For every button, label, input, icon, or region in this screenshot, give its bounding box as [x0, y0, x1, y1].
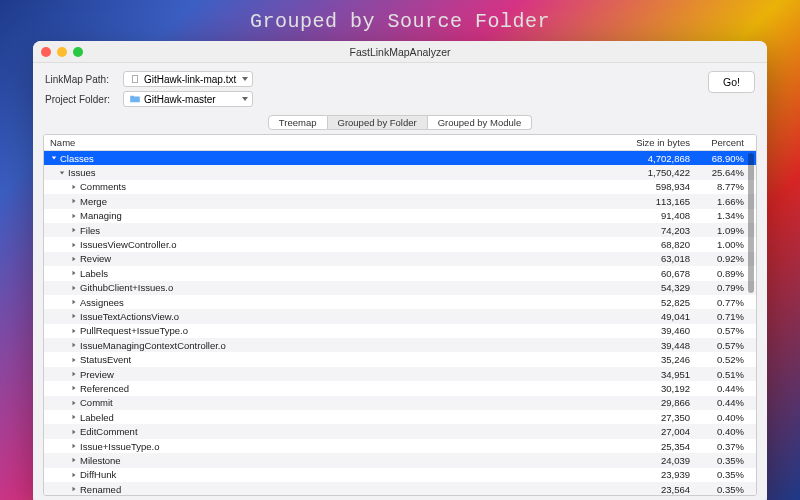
chevron-right-icon[interactable]	[70, 341, 78, 349]
table-row[interactable]: GithubClient+Issues.o54,3290.79%	[44, 281, 756, 295]
col-name[interactable]: Name	[44, 137, 610, 148]
chevron-right-icon[interactable]	[70, 269, 78, 277]
cell-size: 598,934	[610, 181, 696, 192]
scrollbar-thumb[interactable]	[748, 153, 754, 293]
cell-name: Files	[44, 225, 610, 236]
linkmap-path-value: GitHawk-link-map.txt	[144, 74, 236, 85]
row-name: Referenced	[80, 383, 129, 394]
cell-size: 25,354	[610, 441, 696, 452]
table-row[interactable]: Assignees52,8250.77%	[44, 295, 756, 309]
row-name: Assignees	[80, 297, 124, 308]
chevron-right-icon[interactable]	[70, 284, 78, 292]
chevron-right-icon[interactable]	[70, 255, 78, 263]
table-row[interactable]: Commit29,8660.44%	[44, 396, 756, 410]
table-row[interactable]: IssueManagingContextController.o39,4480.…	[44, 338, 756, 352]
tab-grouped-folder[interactable]: Grouped by Folder	[328, 115, 428, 130]
toolbar: LinkMap Path: GitHawk-link-map.txt Proje…	[33, 63, 767, 113]
cell-size: 4,702,868	[610, 153, 696, 164]
svg-rect-0	[132, 76, 137, 83]
table-row[interactable]: Files74,2031.09%	[44, 223, 756, 237]
chevron-right-icon[interactable]	[70, 399, 78, 407]
table-row[interactable]: Referenced30,1920.44%	[44, 381, 756, 395]
chevron-right-icon[interactable]	[70, 327, 78, 335]
cell-name: PullRequest+IssueType.o	[44, 325, 610, 336]
table-row[interactable]: Milestone24,0390.35%	[44, 453, 756, 467]
cell-percent: 0.44%	[696, 397, 756, 408]
cell-percent: 0.51%	[696, 369, 756, 380]
chevron-right-icon[interactable]	[70, 428, 78, 436]
tab-treemap[interactable]: Treemap	[268, 115, 328, 130]
table-row[interactable]: Managing91,4081.34%	[44, 209, 756, 223]
chevron-right-icon[interactable]	[70, 183, 78, 191]
linkmap-path-popup[interactable]: GitHawk-link-map.txt	[123, 71, 253, 87]
table-row[interactable]: Labeled27,3500.40%	[44, 410, 756, 424]
maximize-icon[interactable]	[73, 47, 83, 57]
table-row[interactable]: Classes4,702,86868.90%	[44, 151, 756, 165]
table-row[interactable]: PullRequest+IssueType.o39,4600.57%	[44, 324, 756, 338]
cell-size: 39,448	[610, 340, 696, 351]
chevron-right-icon[interactable]	[70, 471, 78, 479]
cell-size: 74,203	[610, 225, 696, 236]
chevron-down-icon[interactable]	[58, 169, 66, 177]
chevron-right-icon[interactable]	[70, 197, 78, 205]
chevron-right-icon[interactable]	[70, 298, 78, 306]
table-row[interactable]: Comments598,9348.77%	[44, 180, 756, 194]
row-name: Merge	[80, 196, 107, 207]
cell-name: IssuesViewController.o	[44, 239, 610, 250]
chevron-right-icon[interactable]	[70, 212, 78, 220]
table-row[interactable]: Merge113,1651.66%	[44, 194, 756, 208]
minimize-icon[interactable]	[57, 47, 67, 57]
chevron-right-icon[interactable]	[70, 370, 78, 378]
table-row[interactable]: Preview34,9510.51%	[44, 367, 756, 381]
table-row[interactable]: IssueTextActionsView.o49,0410.71%	[44, 309, 756, 323]
chevron-right-icon[interactable]	[70, 241, 78, 249]
chevron-right-icon[interactable]	[70, 485, 78, 493]
chevron-right-icon[interactable]	[70, 384, 78, 392]
cell-name: Renamed	[44, 484, 610, 495]
chevron-right-icon[interactable]	[70, 312, 78, 320]
cell-size: 39,460	[610, 325, 696, 336]
chevron-right-icon[interactable]	[70, 226, 78, 234]
cell-percent: 25.64%	[696, 167, 756, 178]
cell-name: StatusEvent	[44, 354, 610, 365]
table-row[interactable]: IssuesViewController.o68,8201.00%	[44, 237, 756, 251]
table-row[interactable]: Review63,0180.92%	[44, 252, 756, 266]
table-row[interactable]: StatusEvent35,2460.52%	[44, 352, 756, 366]
scrollbar[interactable]	[748, 153, 754, 493]
row-name: Files	[80, 225, 100, 236]
cell-percent: 0.92%	[696, 253, 756, 264]
cell-percent: 0.77%	[696, 297, 756, 308]
chevron-right-icon[interactable]	[70, 456, 78, 464]
results-table: Name Size in bytes Percent Classes4,702,…	[43, 134, 757, 496]
cell-name: Issue+IssueType.o	[44, 441, 610, 452]
table-row[interactable]: Issues1,750,42225.64%	[44, 165, 756, 179]
row-name: Classes	[60, 153, 94, 164]
chevron-right-icon[interactable]	[70, 442, 78, 450]
row-name: Review	[80, 253, 111, 264]
cell-percent: 0.71%	[696, 311, 756, 322]
cell-percent: 0.35%	[696, 455, 756, 466]
go-button[interactable]: Go!	[708, 71, 755, 93]
col-percent[interactable]: Percent	[696, 137, 756, 148]
chevron-right-icon[interactable]	[70, 356, 78, 364]
cell-size: 35,246	[610, 354, 696, 365]
cell-percent: 0.35%	[696, 469, 756, 480]
tab-grouped-module[interactable]: Grouped by Module	[428, 115, 532, 130]
col-size[interactable]: Size in bytes	[610, 137, 696, 148]
cell-name: IssueTextActionsView.o	[44, 311, 610, 322]
table-row[interactable]: EditComment27,0040.40%	[44, 424, 756, 438]
cell-size: 23,564	[610, 484, 696, 495]
row-name: Labels	[80, 268, 108, 279]
document-icon	[130, 75, 140, 83]
table-row[interactable]: DiffHunk23,9390.35%	[44, 468, 756, 482]
table-row[interactable]: Renamed23,5640.35%	[44, 482, 756, 496]
cell-percent: 0.40%	[696, 426, 756, 437]
row-name: Milestone	[80, 455, 121, 466]
chevron-down-icon[interactable]	[50, 154, 58, 162]
table-row[interactable]: Issue+IssueType.o25,3540.37%	[44, 439, 756, 453]
table-row[interactable]: Labels60,6780.89%	[44, 266, 756, 280]
project-folder-popup[interactable]: GitHawk-master	[123, 91, 253, 107]
row-name: Labeled	[80, 412, 114, 423]
chevron-right-icon[interactable]	[70, 413, 78, 421]
close-icon[interactable]	[41, 47, 51, 57]
